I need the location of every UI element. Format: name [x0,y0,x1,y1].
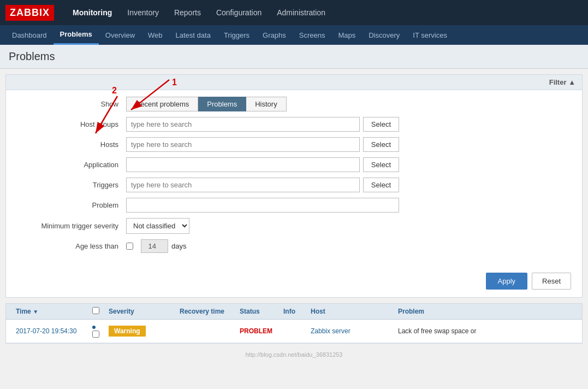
host-groups-input-group: Select [126,117,399,132]
subnav-dashboard[interactable]: Dashboard [5,25,54,45]
subnav-triggers[interactable]: Triggers [217,25,256,45]
age-input[interactable] [141,239,168,253]
page-title: Problems [9,50,579,63]
nav-configuration[interactable]: Configuration [209,0,269,25]
filter-body: Show Recent problems Problems History Ho… [6,90,582,267]
application-select-button[interactable]: Select [363,157,399,172]
filter-arrow: ▲ [568,78,575,86]
filter-actions: Apply Reset [6,267,582,297]
problem-input[interactable] [126,198,399,213]
blue-dot-indicator [92,326,96,329]
nav-administration[interactable]: Administration [269,0,333,25]
hosts-label: Hosts [17,140,126,149]
table-row: 2017-07-20 19:54:30 Warning PROBLEM Zabb… [6,320,582,343]
top-navbar: ZABBIX Monitoring Inventory Reports Conf… [0,0,588,25]
application-input[interactable] [126,157,360,172]
hosts-select-button[interactable]: Select [363,137,399,152]
subnav-it-services[interactable]: IT services [406,25,454,45]
subnav-latest-data[interactable]: Latest data [169,25,217,45]
cell-time: 2017-07-20 19:54:30 [11,327,88,335]
age-row: days [126,239,186,253]
filter-row-show: Show Recent problems Problems History [17,97,571,111]
show-problems[interactable]: Problems [198,97,246,111]
subnav-maps[interactable]: Maps [331,25,362,45]
cell-problem[interactable]: Lack of free swap space or [394,327,577,335]
watermark: http://blog.csdn.net/baidu_36831253 [0,349,588,360]
problem-input-group [126,198,399,213]
subnav-web[interactable]: Web [141,25,169,45]
filter-row-hosts: Hosts Select [17,137,571,152]
reset-button[interactable]: Reset [532,273,571,290]
apply-button[interactable]: Apply [486,273,528,290]
cell-checkbox [88,323,104,339]
subnav-overview[interactable]: Overview [99,25,141,45]
show-group: Recent problems Problems History [126,97,287,111]
filter-row-age: Age less than days [17,239,571,253]
filter-row-host-groups: Host groups Select [17,117,571,132]
application-input-group: Select [126,157,399,172]
col-problem: Problem [394,308,577,315]
problem-label: Problem [17,201,126,209]
col-checkbox-header [88,307,104,316]
filter-row-min-severity: Minimum trigger severity Not classified … [17,218,571,234]
cell-severity: Warning [104,326,175,337]
filter-header: Filter ▲ [6,75,582,90]
subnav-screens[interactable]: Screens [293,25,332,45]
triggers-label: Triggers [17,181,126,189]
show-recent-problems[interactable]: Recent problems [126,97,198,111]
triggers-select-button[interactable]: Select [363,178,399,192]
show-history[interactable]: History [246,97,286,111]
page-header: Problems [0,45,588,69]
row-checkbox[interactable] [92,331,99,338]
age-label: Age less than [17,242,126,250]
col-time[interactable]: Time ▼ [11,308,88,315]
min-severity-select[interactable]: Not classified Information Warning Avera… [126,218,189,234]
col-status: Status [235,308,279,315]
min-severity-input-group: Not classified Information Warning Avera… [126,218,399,234]
filter-row-application: Application Select [17,157,571,172]
col-host: Host [306,308,394,315]
host-groups-label: Host groups [17,120,126,128]
nav-inventory[interactable]: Inventory [120,0,167,25]
select-all-checkbox[interactable] [92,307,99,314]
cell-status: PROBLEM [235,327,279,335]
subnav-graphs[interactable]: Graphs [256,25,293,45]
logo: ZABBIX [5,5,54,21]
age-checkbox[interactable] [126,243,133,250]
hosts-input-group: Select [126,137,399,152]
results-table: Time ▼ Severity Recovery time Status Inf… [5,303,583,344]
hosts-input[interactable] [126,137,360,152]
col-recovery-time: Recovery time [175,308,235,315]
subnav-problems[interactable]: Problems [54,25,99,45]
top-nav-links: Monitoring Inventory Reports Configurati… [65,0,333,25]
cell-host[interactable]: Zabbix server [306,327,394,335]
triggers-input[interactable] [126,178,360,192]
filter-section: Filter ▲ Show Recent problems Problems H… [5,74,583,298]
nav-monitoring[interactable]: Monitoring [65,0,120,25]
filter-label: Filter [549,78,567,86]
triggers-input-group: Select [126,178,399,192]
min-severity-label: Minimum trigger severity [17,222,126,230]
show-label: Show [17,100,126,108]
application-label: Application [17,161,126,169]
col-severity[interactable]: Severity [104,308,175,315]
table-header: Time ▼ Severity Recovery time Status Inf… [6,304,582,320]
filter-row-triggers: Triggers Select [17,178,571,192]
subnav-discovery[interactable]: Discovery [362,25,406,45]
nav-reports[interactable]: Reports [167,0,209,25]
sort-arrow-time: ▼ [33,309,38,315]
severity-badge-warning: Warning [109,326,146,337]
sub-navbar: Dashboard Problems Overview Web Latest d… [0,25,588,45]
filter-row-problem: Problem [17,198,571,213]
age-unit: days [171,242,186,250]
host-groups-input[interactable] [126,117,360,132]
host-groups-select-button[interactable]: Select [363,117,399,132]
col-info: Info [279,308,306,315]
